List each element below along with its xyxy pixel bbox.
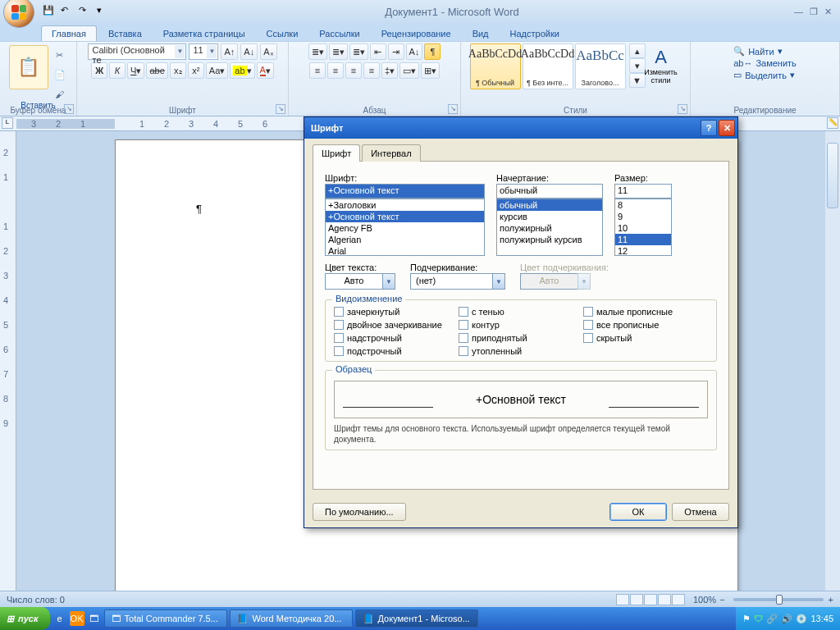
font-size-list[interactable]: 8 9 10 11 12 — [614, 199, 672, 256]
clipboard-launcher[interactable]: ↘ — [64, 104, 74, 114]
view-print-icon[interactable] — [616, 594, 629, 605]
shading-button[interactable]: ▭▾ — [399, 62, 419, 79]
cut-icon[interactable]: ✂ — [52, 47, 68, 63]
chk-outline[interactable]: контур — [459, 320, 583, 330]
align-right-button[interactable]: ≡ — [345, 62, 362, 79]
change-case-button[interactable]: Aa▾ — [206, 62, 228, 79]
change-styles-button[interactable]: AИзменить стили — [641, 43, 682, 84]
bullets-button[interactable]: ≣▾ — [308, 43, 327, 60]
copy-icon[interactable]: 📄 — [52, 66, 68, 83]
tab-home[interactable]: Главная — [41, 25, 97, 41]
strike-button[interactable]: abe — [146, 62, 167, 79]
paragraph-launcher[interactable]: ↘ — [448, 104, 458, 114]
dialog-tab-spacing[interactable]: Интервал — [362, 144, 420, 162]
tray-network-icon[interactable]: 🔗 — [766, 614, 778, 624]
view-web-icon[interactable] — [644, 594, 657, 605]
chk-strike[interactable]: зачеркнутый — [334, 307, 459, 317]
italic-button[interactable]: К — [109, 62, 126, 79]
underline-button[interactable]: Ч ▾ — [127, 62, 144, 79]
numbering-button[interactable]: ≣▾ — [329, 43, 348, 60]
tab-layout[interactable]: Разметка страницы — [153, 26, 255, 41]
quick-ie-icon[interactable]: e — [52, 611, 67, 626]
ok-button[interactable]: ОК — [609, 503, 667, 521]
zoom-slider[interactable] — [733, 598, 824, 601]
superscript-button[interactable]: x² — [188, 62, 204, 79]
task-totalcmd[interactable]: 🗔Total Commander 7.5... — [104, 609, 227, 628]
font-name-list[interactable]: +Заголовки +Основной текст Agency FB Alg… — [325, 199, 485, 256]
tray-flag-icon[interactable]: ⚑ — [742, 614, 751, 624]
find-button[interactable]: 🔍Найти ▾ — [733, 46, 797, 57]
paste-button[interactable]: 📋 — [9, 45, 48, 89]
tray-sound-icon[interactable]: 🔊 — [781, 614, 792, 624]
indent-inc-button[interactable]: ⇥ — [388, 43, 404, 60]
justify-button[interactable]: ≡ — [363, 62, 380, 79]
view-draft-icon[interactable] — [672, 594, 685, 605]
style-normal[interactable]: AaBbCcDd¶ Обычный — [470, 43, 521, 89]
word-count[interactable]: Число слов: 0 — [7, 595, 65, 605]
highlight-button[interactable]: ab▾ — [230, 62, 254, 79]
zoom-in-button[interactable]: + — [829, 595, 833, 605]
font-style-list[interactable]: обычный курсив полужирный полужирный кур… — [496, 199, 603, 256]
quick-desktop-icon[interactable]: 🗔 — [87, 611, 102, 626]
chk-shadow[interactable]: с тенью — [459, 307, 583, 317]
chk-super[interactable]: надстрочный — [334, 333, 459, 343]
tab-mailings[interactable]: Рассылки — [309, 26, 369, 41]
underline-combo[interactable]: (нет)▼ — [410, 273, 505, 290]
zoom-level[interactable]: 100% — [693, 595, 716, 605]
default-button[interactable]: По умолчанию... — [313, 503, 406, 521]
font-size-select[interactable]: 11▼ — [189, 43, 218, 60]
cancel-button[interactable]: Отмена — [672, 503, 729, 521]
maximize-button[interactable]: ❐ — [810, 7, 818, 17]
tray-clock[interactable]: 13:45 — [810, 614, 833, 623]
tab-addins[interactable]: Надстройки — [500, 26, 569, 41]
close-button[interactable]: ✕ — [824, 7, 832, 17]
replace-button[interactable]: ab↔Заменить — [733, 58, 797, 68]
multilevel-button[interactable]: ≣▾ — [349, 43, 368, 60]
show-marks-button[interactable]: ¶ — [424, 43, 441, 60]
font-color-button[interactable]: A▾ — [257, 62, 274, 79]
dialog-help-button[interactable]: ? — [701, 120, 717, 136]
tab-review[interactable]: Рецензирование — [372, 26, 461, 41]
dialog-close-button[interactable]: ✕ — [719, 120, 735, 136]
task-document1[interactable]: 📘Документ1 - Microso... — [355, 609, 478, 628]
borders-button[interactable]: ⊞▾ — [421, 62, 440, 79]
start-button[interactable]: ⊞пуск — [0, 607, 50, 630]
style-heading1[interactable]: AaBbCcЗаголово... — [575, 43, 626, 89]
task-word-method[interactable]: 📘Word Методичка 20... — [230, 609, 353, 628]
tab-references[interactable]: Ссылки — [257, 26, 308, 41]
chk-allcaps[interactable]: все прописные — [583, 320, 708, 330]
zoom-out-button[interactable]: − — [719, 595, 724, 605]
tray-disc-icon[interactable]: 💿 — [796, 614, 807, 624]
shrink-font-icon[interactable]: A↓ — [240, 43, 258, 60]
font-size-input[interactable]: 11 — [614, 184, 672, 199]
tray-shield-icon[interactable]: 🛡 — [754, 614, 763, 623]
qat-undo-icon[interactable]: ↶ — [61, 5, 74, 18]
ruler-toggle[interactable]: 📏 — [827, 117, 838, 129]
quick-ok-icon[interactable]: OK — [70, 611, 84, 626]
sort-button[interactable]: A↓ — [406, 43, 423, 60]
align-left-button[interactable]: ≡ — [309, 62, 326, 79]
chk-engrave[interactable]: утопленный — [459, 346, 583, 356]
tab-selector[interactable]: L — [2, 117, 13, 129]
view-outline-icon[interactable] — [658, 594, 671, 605]
font-family-select[interactable]: Calibri (Основной те▼ — [88, 43, 186, 60]
qat-customize-icon[interactable]: ▾ — [97, 5, 110, 18]
vertical-scrollbar[interactable] — [825, 131, 840, 591]
indent-dec-button[interactable]: ⇤ — [370, 43, 386, 60]
format-painter-icon[interactable]: 🖌 — [52, 86, 68, 103]
tab-insert[interactable]: Вставка — [98, 26, 152, 41]
styles-launcher[interactable]: ↘ — [678, 104, 687, 114]
chk-sub[interactable]: подстрочный — [334, 346, 459, 356]
chk-dblstrike[interactable]: двойное зачеркивание — [334, 320, 459, 330]
chk-smallcaps[interactable]: малые прописные — [583, 307, 708, 317]
select-button[interactable]: ▭Выделить ▾ — [733, 70, 797, 80]
qat-redo-icon[interactable]: ↷ — [79, 5, 92, 18]
font-name-input[interactable]: +Основной текст — [325, 184, 485, 199]
line-spacing-button[interactable]: ‡▾ — [381, 62, 398, 79]
dialog-tab-font[interactable]: Шрифт — [313, 144, 360, 162]
vertical-ruler[interactable]: 2 1 1 2 3 4 5 6 7 8 9 — [0, 131, 16, 591]
tab-view[interactable]: Вид — [463, 26, 499, 41]
font-color-combo[interactable]: Авто▼ — [325, 273, 395, 290]
chk-emboss[interactable]: приподнятый — [459, 333, 583, 343]
font-style-input[interactable]: обычный — [496, 184, 603, 199]
